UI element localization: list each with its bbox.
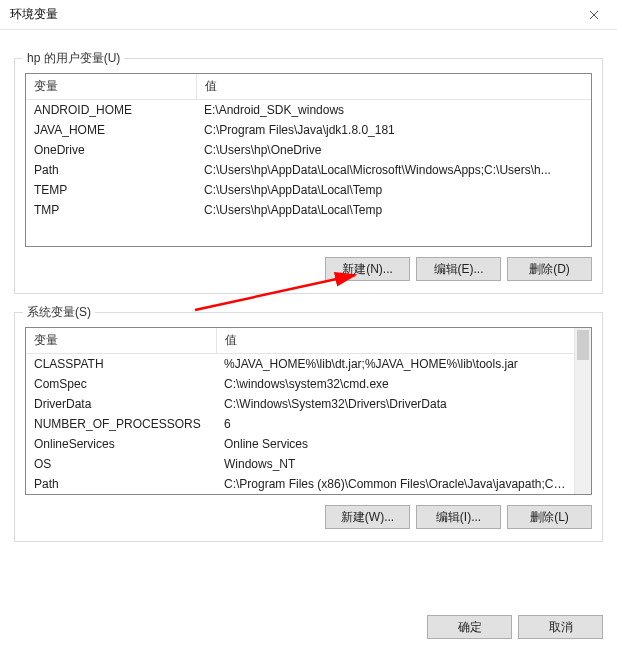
- var-value-cell: E:\Android_SDK_windows: [196, 100, 591, 121]
- user-delete-button[interactable]: 删除(D): [507, 257, 592, 281]
- var-value-cell: %JAVA_HOME%\lib\dt.jar;%JAVA_HOME%\lib\t…: [216, 354, 574, 375]
- table-row[interactable]: OneDriveC:\Users\hp\OneDrive: [26, 140, 591, 160]
- user-variables-table[interactable]: 变量 值 ANDROID_HOMEE:\Android_SDK_windowsJ…: [26, 74, 591, 220]
- var-value-cell: C:\Program Files\Java\jdk1.8.0_181: [196, 120, 591, 140]
- table-row[interactable]: TEMPC:\Users\hp\AppData\Local\Temp: [26, 180, 591, 200]
- user-variables-label: hp 的用户变量(U): [23, 50, 124, 67]
- cancel-button[interactable]: 取消: [518, 615, 603, 639]
- var-value-cell: Online Services: [216, 434, 574, 454]
- table-row[interactable]: PathC:\Program Files (x86)\Common Files\…: [26, 474, 574, 494]
- column-header-name[interactable]: 变量: [26, 328, 216, 354]
- system-variables-group: 系统变量(S) 变量 值 CLASSPATH%JAVA_HOME%\lib\dt…: [14, 312, 603, 542]
- user-variables-table-wrap: 变量 值 ANDROID_HOMEE:\Android_SDK_windowsJ…: [25, 73, 592, 247]
- user-variables-group: hp 的用户变量(U) 变量 值 ANDROID_HOMEE:\Android_…: [14, 58, 603, 294]
- var-name-cell: Path: [26, 474, 216, 494]
- var-name-cell: DriverData: [26, 394, 216, 414]
- var-name-cell: CLASSPATH: [26, 354, 216, 375]
- scrollbar-thumb[interactable]: [577, 330, 589, 360]
- var-name-cell: ComSpec: [26, 374, 216, 394]
- user-buttons-row: 新建(N)... 编辑(E)... 删除(D): [25, 257, 592, 281]
- window-title: 环境变量: [10, 6, 58, 23]
- var-value-cell: C:\Users\hp\AppData\Local\Temp: [196, 200, 591, 220]
- titlebar: 环境变量: [0, 0, 617, 30]
- var-name-cell: NUMBER_OF_PROCESSORS: [26, 414, 216, 434]
- system-new-button[interactable]: 新建(W)...: [325, 505, 410, 529]
- table-row[interactable]: OSWindows_NT: [26, 454, 574, 474]
- vertical-scrollbar[interactable]: [574, 328, 591, 494]
- var-name-cell: TEMP: [26, 180, 196, 200]
- var-value-cell: Windows_NT: [216, 454, 574, 474]
- system-variables-table[interactable]: 变量 值 CLASSPATH%JAVA_HOME%\lib\dt.jar;%JA…: [26, 328, 574, 494]
- table-row[interactable]: ComSpecC:\windows\system32\cmd.exe: [26, 374, 574, 394]
- var-name-cell: OS: [26, 454, 216, 474]
- var-name-cell: Path: [26, 160, 196, 180]
- close-icon: [589, 10, 599, 20]
- var-value-cell: C:\Windows\System32\Drivers\DriverData: [216, 394, 574, 414]
- system-variables-table-wrap: 变量 值 CLASSPATH%JAVA_HOME%\lib\dt.jar;%JA…: [25, 327, 592, 495]
- dialog-footer: 确定 取消: [427, 615, 603, 639]
- var-value-cell: C:\Program Files (x86)\Common Files\Orac…: [216, 474, 574, 494]
- system-buttons-row: 新建(W)... 编辑(I)... 删除(L): [25, 505, 592, 529]
- var-name-cell: ANDROID_HOME: [26, 100, 196, 121]
- table-row[interactable]: PathC:\Users\hp\AppData\Local\Microsoft\…: [26, 160, 591, 180]
- var-value-cell: C:\windows\system32\cmd.exe: [216, 374, 574, 394]
- var-name-cell: OnlineServices: [26, 434, 216, 454]
- dialog-content: hp 的用户变量(U) 变量 值 ANDROID_HOMEE:\Android_…: [0, 30, 617, 602]
- system-delete-button[interactable]: 删除(L): [507, 505, 592, 529]
- user-edit-button[interactable]: 编辑(E)...: [416, 257, 501, 281]
- var-value-cell: C:\Users\hp\OneDrive: [196, 140, 591, 160]
- table-row[interactable]: OnlineServicesOnline Services: [26, 434, 574, 454]
- var-name-cell: OneDrive: [26, 140, 196, 160]
- table-row[interactable]: ANDROID_HOMEE:\Android_SDK_windows: [26, 100, 591, 121]
- var-name-cell: JAVA_HOME: [26, 120, 196, 140]
- column-header-value[interactable]: 值: [196, 74, 591, 100]
- ok-button[interactable]: 确定: [427, 615, 512, 639]
- var-value-cell: C:\Users\hp\AppData\Local\Microsoft\Wind…: [196, 160, 591, 180]
- close-button[interactable]: [579, 5, 609, 25]
- user-new-button[interactable]: 新建(N)...: [325, 257, 410, 281]
- system-edit-button[interactable]: 编辑(I)...: [416, 505, 501, 529]
- column-header-name[interactable]: 变量: [26, 74, 196, 100]
- column-header-value[interactable]: 值: [216, 328, 574, 354]
- table-row[interactable]: JAVA_HOMEC:\Program Files\Java\jdk1.8.0_…: [26, 120, 591, 140]
- system-variables-label: 系统变量(S): [23, 304, 95, 321]
- var-value-cell: C:\Users\hp\AppData\Local\Temp: [196, 180, 591, 200]
- table-row[interactable]: TMPC:\Users\hp\AppData\Local\Temp: [26, 200, 591, 220]
- table-row[interactable]: CLASSPATH%JAVA_HOME%\lib\dt.jar;%JAVA_HO…: [26, 354, 574, 375]
- table-row[interactable]: DriverDataC:\Windows\System32\Drivers\Dr…: [26, 394, 574, 414]
- var-name-cell: TMP: [26, 200, 196, 220]
- var-value-cell: 6: [216, 414, 574, 434]
- table-row[interactable]: NUMBER_OF_PROCESSORS6: [26, 414, 574, 434]
